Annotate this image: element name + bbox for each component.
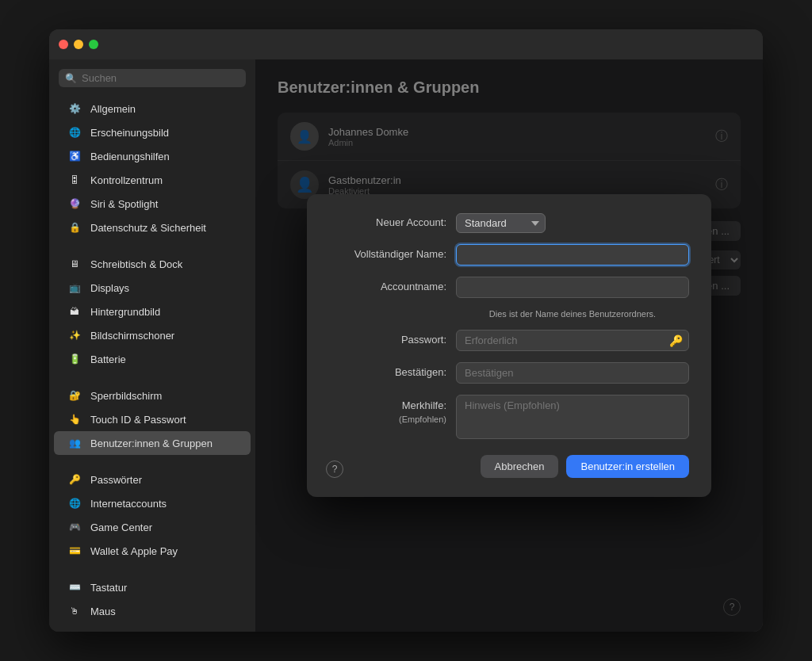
sidebar-item-wallet[interactable]: 💳 Wallet & Apple Pay — [54, 539, 251, 563]
hint-input[interactable] — [456, 395, 689, 439]
sidebar-item-label: Siri & Spotlight — [90, 198, 158, 210]
sidebar-item-label: Benutzer:innen & Gruppen — [90, 437, 213, 449]
minimize-button[interactable] — [74, 40, 83, 49]
search-bar[interactable]: 🔍 — [59, 69, 246, 87]
sidebar-item-maus[interactable]: 🖱 Maus — [54, 599, 251, 623]
modal-footer: Abbrechen Benutzer:in erstellen — [329, 455, 689, 478]
sidebar-item-bildschirmschoner[interactable]: ✨ Bildschirmschoner — [54, 323, 251, 347]
search-icon: 🔍 — [65, 73, 77, 84]
maximize-button[interactable] — [89, 40, 98, 49]
sidebar-item-label: Sperrbildschirm — [90, 390, 162, 402]
datenschutz-icon: 🔒 — [67, 220, 82, 235]
titlebar — [49, 29, 763, 59]
sidebar-item-sperrbildschirm[interactable]: 🔐 Sperrbildschirm — [54, 384, 251, 407]
sidebar-item-displays[interactable]: 📺 Displays — [54, 276, 251, 300]
modal-dialog: Neuer Account: Standard Administrator Vo… — [307, 194, 711, 497]
close-button[interactable] — [59, 40, 68, 49]
sidebar-item-hintergrundbild[interactable]: 🏔 Hintergrundbild — [54, 300, 251, 323]
sidebar-item-allgemein[interactable]: ⚙️ Allgemein — [54, 97, 251, 120]
sidebar-group-5: ⌨️ Tastatur 🖱 Maus — [49, 575, 255, 623]
sidebar-item-label: Displays — [90, 282, 129, 294]
sidebar-item-kontrollzentrum[interactable]: 🎛 Kontrollzentrum — [54, 168, 251, 192]
hint-row: Merkhilfe: (Empfohlen) — [329, 395, 689, 439]
password-reveal-icon[interactable]: 🔑 — [669, 334, 683, 347]
hintergrundbild-icon: 🏔 — [67, 304, 82, 319]
accountname-input[interactable] — [456, 277, 689, 298]
sidebar-item-tastatur[interactable]: ⌨️ Tastatur — [54, 575, 251, 599]
sidebar-item-datenschutz[interactable]: 🔒 Datenschutz & Sicherheit — [54, 216, 251, 239]
sidebar-item-label: Wallet & Apple Pay — [90, 545, 178, 557]
sidebar-item-touch-id[interactable]: 👆 Touch ID & Passwort — [54, 407, 251, 431]
sidebar-item-label: Touch ID & Passwort — [90, 414, 186, 426]
accountname-label: Accountname: — [329, 281, 456, 294]
modal-help-button[interactable]: ? — [326, 460, 343, 478]
sidebar: 🔍 ⚙️ Allgemein 🌐 Erscheinungsbild ♿ Bedi… — [49, 59, 255, 632]
sidebar-item-erscheinungsbild[interactable]: 🌐 Erscheinungsbild — [54, 120, 251, 144]
bedienungshilfen-icon: ♿ — [67, 148, 82, 164]
modal-overlay: Neuer Account: Standard Administrator Vo… — [255, 59, 763, 632]
sidebar-item-label: Internetaccounts — [90, 498, 167, 510]
sidebar-item-label: Bedienungshilfen — [90, 151, 170, 162]
erscheinungsbild-icon: 🌐 — [67, 124, 82, 140]
allgemein-icon: ⚙️ — [67, 101, 82, 117]
bildschirmschoner-icon: ✨ — [67, 327, 82, 343]
sidebar-group-2: 🖥 Schreibtisch & Dock 📺 Displays 🏔 Hinte… — [49, 252, 255, 371]
wallet-icon: 💳 — [67, 543, 82, 559]
sidebar-item-label: Maus — [90, 606, 116, 617]
password-wrapper: 🔑 — [456, 330, 689, 351]
sidebar-group-4: 🔑 Passwörter 🌐 Internetaccounts 🎮 Game C… — [49, 468, 255, 563]
window-body: 🔍 ⚙️ Allgemein 🌐 Erscheinungsbild ♿ Bedi… — [49, 59, 763, 632]
sidebar-item-label: Tastatur — [90, 582, 127, 594]
sidebar-item-passwoerter[interactable]: 🔑 Passwörter — [54, 468, 251, 491]
sidebar-item-game-center[interactable]: 🎮 Game Center — [54, 515, 251, 539]
confirm-input[interactable] — [456, 362, 689, 384]
sperrbildschirm-icon: 🔐 — [67, 388, 82, 403]
internetaccounts-icon: 🌐 — [67, 495, 82, 511]
sidebar-group-1: ⚙️ Allgemein 🌐 Erscheinungsbild ♿ Bedien… — [49, 97, 255, 239]
sidebar-item-siri-spotlight[interactable]: 🔮 Siri & Spotlight — [54, 192, 251, 216]
accountname-row: Accountname: — [329, 277, 689, 298]
account-type-select[interactable]: Standard Administrator — [456, 213, 546, 233]
sidebar-item-batterie[interactable]: 🔋 Batterie — [54, 347, 251, 371]
displays-icon: 📺 — [67, 280, 82, 296]
tastatur-icon: ⌨️ — [67, 579, 82, 595]
fullname-row: Vollständiger Name: — [329, 244, 689, 266]
search-input[interactable] — [82, 72, 239, 84]
fullname-input[interactable] — [456, 244, 689, 266]
schreibtisch-icon: 🖥 — [67, 256, 82, 272]
sidebar-group-3: 🔐 Sperrbildschirm 👆 Touch ID & Passwort … — [49, 384, 255, 455]
password-input[interactable] — [456, 330, 689, 351]
account-type-label: Neuer Account: — [329, 216, 456, 230]
password-label: Passwort: — [329, 334, 456, 347]
sidebar-item-label: Bildschirmschoner — [90, 330, 174, 342]
touch-id-icon: 👆 — [67, 411, 82, 427]
passwoerter-icon: 🔑 — [67, 472, 82, 487]
sidebar-item-internetaccounts[interactable]: 🌐 Internetaccounts — [54, 491, 251, 515]
sidebar-item-benutzer[interactable]: 👥 Benutzer:innen & Gruppen — [54, 431, 251, 455]
batterie-icon: 🔋 — [67, 351, 82, 367]
sidebar-item-schreibtisch[interactable]: 🖥 Schreibtisch & Dock — [54, 252, 251, 276]
fullname-label: Vollständiger Name: — [329, 248, 456, 262]
sidebar-item-label: Datenschutz & Sicherheit — [90, 222, 206, 234]
sidebar-item-label: Erscheinungsbild — [90, 127, 169, 139]
confirm-label: Bestätigen: — [329, 366, 456, 380]
cancel-button[interactable]: Abbrechen — [481, 455, 559, 478]
siri-icon: 🔮 — [67, 196, 82, 212]
create-button[interactable]: Benutzer:in erstellen — [566, 455, 689, 478]
main-content: Benutzer:innen & Gruppen 👤 Johannes Domk… — [255, 59, 763, 632]
account-type-row: Neuer Account: Standard Administrator — [329, 213, 689, 233]
sidebar-item-label: Game Center — [90, 522, 152, 533]
sidebar-item-label: Schreibtisch & Dock — [90, 258, 182, 270]
maus-icon: 🖱 — [67, 603, 82, 619]
benutzer-icon: 👥 — [67, 435, 82, 451]
game-center-icon: 🎮 — [67, 519, 82, 535]
sidebar-item-label: Batterie — [90, 353, 126, 365]
sidebar-item-label: Passwörter — [90, 474, 142, 486]
password-row: Passwort: 🔑 — [329, 330, 689, 351]
hint-label: Merkhilfe: (Empfohlen) — [329, 395, 456, 426]
traffic-lights — [59, 40, 98, 49]
main-window: 🔍 ⚙️ Allgemein 🌐 Erscheinungsbild ♿ Bedi… — [49, 29, 763, 632]
sidebar-item-bedienungshilfen[interactable]: ♿ Bedienungshilfen — [54, 144, 251, 168]
sidebar-item-label: Hintergrundbild — [90, 306, 160, 318]
kontrollzentrum-icon: 🎛 — [67, 172, 82, 188]
